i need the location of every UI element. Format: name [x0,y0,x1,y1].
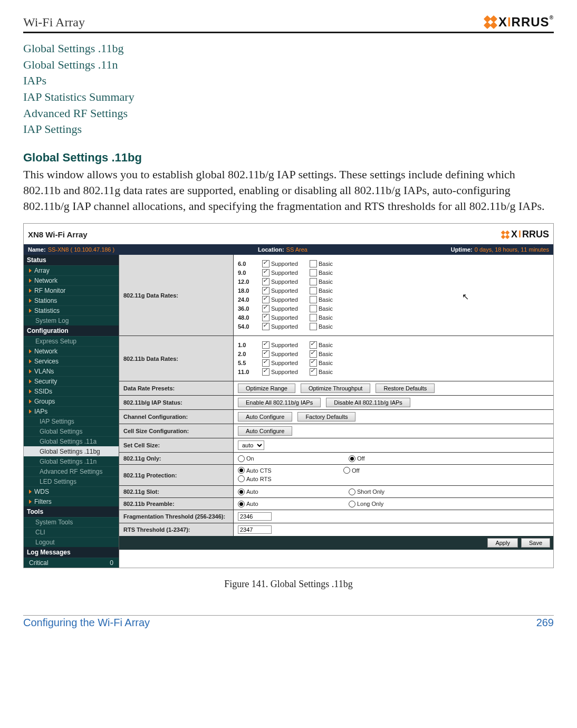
radio-preamble-long[interactable]: Long Only [349,501,454,507]
basic-checkbox[interactable]: Basic [310,296,347,303]
sidebar-subitem[interactable]: System Tools [24,517,119,527]
supported-checkbox[interactable]: Supported [262,341,310,349]
basic-checkbox[interactable]: Basic [310,341,347,349]
doc-title: Wi-Fi Array [23,15,85,30]
sidebar-subitem[interactable]: IAP Settings [24,416,119,426]
sidebar-item[interactable]: Services [24,356,119,366]
sidebar-item[interactable]: Stations [24,295,119,305]
sidebar-item[interactable]: SSIDs [24,386,119,396]
sidebar-item[interactable]: Network [24,275,119,285]
supported-checkbox[interactable]: Supported [262,296,310,303]
basic-checkbox[interactable]: Basic [310,260,347,267]
optimize-throughput-button[interactable]: Optimize Throughput [301,384,371,393]
auto-configure-channel-button[interactable]: Auto Configure [238,412,292,422]
sidebar-subitem-selected[interactable]: Global Settings .11bg [24,446,119,456]
restore-defaults-button[interactable]: Restore Defaults [376,384,435,393]
radio-slot-short[interactable]: Short Only [349,488,454,495]
basic-checkbox[interactable]: Basic [310,350,347,358]
basic-checkbox[interactable]: Basic [310,305,347,312]
apply-button[interactable]: Apply [487,538,518,548]
sidebar-subitem[interactable]: System Log [24,315,119,325]
radio-g-only-on[interactable]: On [238,455,343,462]
rate-value: 5.5 [238,360,262,366]
supported-checkbox[interactable]: Supported [262,260,310,267]
label-presets: Data Rate Presets: [119,381,234,395]
basic-checkbox[interactable]: Basic [310,278,347,285]
auto-configure-cell-button[interactable]: Auto Configure [238,426,292,436]
supported-checkbox[interactable]: Supported [262,368,310,376]
radio-protection-off[interactable]: Off [343,467,449,474]
device-location: SS Area [286,246,307,253]
supported-checkbox[interactable]: Supported [262,305,310,312]
triangle-icon [29,490,32,494]
frag-threshold-input[interactable] [238,512,272,521]
sidebar-subitem[interactable]: Logout [24,537,119,547]
radio-slot-auto[interactable]: Auto [238,488,343,495]
sidebar-subitem[interactable]: Global Settings .11a [24,436,119,446]
radio-preamble-auto[interactable]: Auto [238,501,343,507]
label-g-slot: 802.11g Slot: [119,486,234,497]
rate-value: 18.0 [238,288,262,294]
supported-checkbox[interactable]: Supported [262,278,310,285]
radio-auto-rts[interactable]: Auto RTS [238,475,272,482]
supported-checkbox[interactable]: Supported [262,314,310,321]
sidebar-item[interactable]: Array [24,265,119,275]
sidebar-subitem[interactable]: CLI [24,527,119,537]
triangle-icon [29,309,32,313]
factory-defaults-button[interactable]: Factory Defaults [297,412,355,422]
figure-caption: Figure 141. Global Settings .11bg [23,579,554,590]
link-item[interactable]: IAP Settings [23,121,554,137]
radio-g-only-off[interactable]: Off [349,455,454,462]
triangle-icon [29,500,32,504]
sidebar-subitem[interactable]: Global Settings [24,426,119,436]
sidebar-item[interactable]: RF Monitor [24,285,119,295]
sidebar: Status Array Network RF Monitor Stations… [24,255,119,568]
link-item[interactable]: IAP Statistics Summary [23,89,554,105]
sidebar-subitem[interactable]: Global Settings .11n [24,456,119,466]
link-item[interactable]: Global Settings .11bg [23,41,554,56]
radio-auto-cts[interactable]: Auto CTS [238,467,343,474]
basic-checkbox[interactable]: Basic [310,368,347,376]
basic-checkbox[interactable]: Basic [310,269,347,276]
supported-checkbox[interactable]: Supported [262,359,310,367]
basic-checkbox[interactable]: Basic [310,359,347,367]
sidebar-item[interactable]: Statistics [24,305,119,315]
sidebar-item[interactable]: Security [24,376,119,386]
link-item[interactable]: Global Settings .11n [23,57,554,73]
row-presets: Data Rate Presets: Optimize Range Optimi… [119,381,553,395]
sidebar-item[interactable]: IAPs [24,406,119,416]
rts-threshold-input[interactable] [238,525,272,534]
sidebar-subitem[interactable]: LED Settings [24,476,119,486]
sidebar-item[interactable]: Network [24,346,119,356]
supported-checkbox[interactable]: Supported [262,350,310,358]
screenshot-body: Status Array Network RF Monitor Stations… [24,255,553,568]
basic-checkbox[interactable]: Basic [310,323,347,330]
supported-checkbox[interactable]: Supported [262,323,310,330]
link-item[interactable]: IAPs [23,73,554,89]
optimize-range-button[interactable]: Optimize Range [238,384,295,393]
sidebar-item[interactable]: VLANs [24,366,119,376]
triangle-icon [29,269,32,273]
sidebar-item[interactable]: Groups [24,396,119,406]
save-button[interactable]: Save [521,538,550,548]
row-g-slot: 802.11g Slot: Auto Short Only [119,485,553,497]
link-item[interactable]: Advanced RF Settings [23,106,554,121]
disable-all-iaps-button[interactable]: Disable All 802.11b/g IAPs [326,398,410,407]
cell-size-select[interactable]: auto [238,440,264,450]
side-head-status: Status [24,255,119,265]
screenshot-logo: XIRRUS [502,229,549,240]
enable-all-iaps-button[interactable]: Enable All 802.11b/g IAPs [238,398,321,407]
sidebar-subitem[interactable]: Advanced RF Settings [24,466,119,476]
sidebar-critical[interactable]: Critical0 [24,558,119,568]
basic-checkbox[interactable]: Basic [310,287,347,294]
sidebar-subitem[interactable]: Express Setup [24,336,119,346]
supported-checkbox[interactable]: Supported [262,269,310,276]
supported-checkbox[interactable]: Supported [262,287,310,294]
rate-value: 12.0 [238,279,262,285]
sidebar-item[interactable]: Filters [24,496,119,506]
row-b-preamble: 802.11b Preamble: Auto Long Only [119,497,553,510]
screenshot: XN8 Wi-Fi Array XIRRUS Name:SS-XN8 ( 10.… [23,223,554,568]
basic-checkbox[interactable]: Basic [310,314,347,321]
sidebar-item[interactable]: WDS [24,486,119,496]
label-set-cell-size: Set Cell Size: [119,438,234,452]
